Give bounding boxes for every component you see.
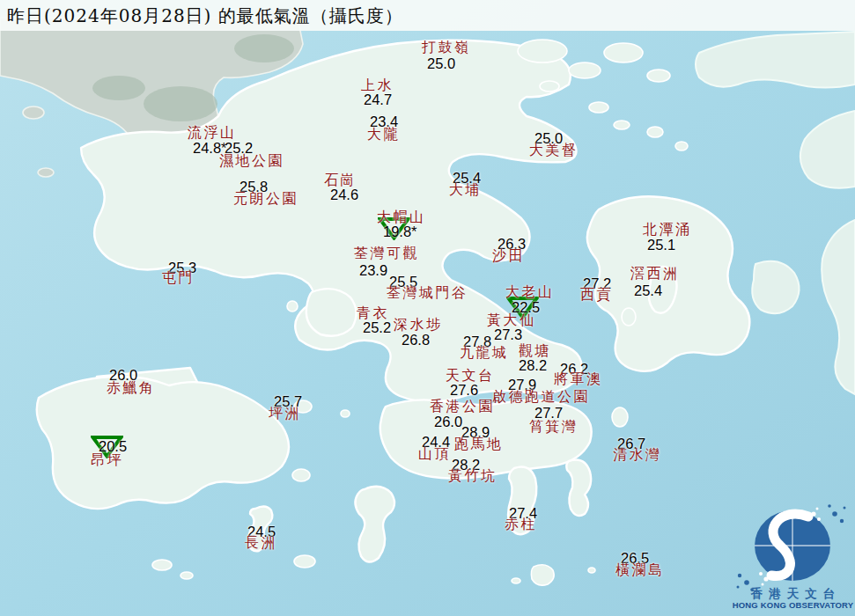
- station-temp-value: 25.2: [363, 320, 391, 335]
- station-name: 長洲: [245, 536, 277, 551]
- station-name: 啟德跑道公園: [492, 390, 590, 405]
- station-name: 黃竹坑: [448, 469, 498, 484]
- station-name: 昂坪: [91, 453, 123, 468]
- station-name: 將軍澳: [554, 372, 603, 387]
- station-temp-value: 26.0: [434, 414, 462, 429]
- station-name: 香港公園: [430, 400, 495, 414]
- station-name: 石崗: [324, 173, 357, 188]
- station-name: 筲箕灣: [529, 420, 579, 435]
- station-name: 荃灣可觀: [354, 246, 419, 261]
- station-name: 橫瀾島: [615, 563, 665, 578]
- station-name: 九龍城: [460, 346, 509, 361]
- station-name: 跑馬地: [454, 437, 504, 452]
- station-name: 清水灣: [613, 448, 662, 463]
- station-name: 上水: [361, 78, 394, 93]
- station-name: 坪洲: [269, 407, 301, 422]
- station-name: 天文台: [446, 369, 495, 384]
- station-name: 山頂: [418, 447, 451, 462]
- station-name: 北潭涌: [643, 223, 692, 238]
- station-name: 觀塘: [519, 344, 551, 359]
- station-name: 大美督: [529, 143, 579, 158]
- station-name: 大帽山: [377, 210, 426, 225]
- station-temp-value: 26.8: [402, 333, 430, 348]
- station-temp-value: 25.4: [634, 283, 662, 298]
- station-name: 屯門: [162, 271, 195, 286]
- station-temp-value: 28.2: [519, 358, 547, 373]
- station-name: 深水埗: [394, 318, 443, 333]
- station-temp-value: 25.0: [427, 56, 455, 71]
- station-name: 黃大仙: [487, 313, 536, 328]
- station-layer: 25.0打鼓嶺24.7上水23.4大隴25.0大美督24.8*流浮山25.2濕地…: [0, 0, 855, 616]
- station-name: 荃灣城門谷: [387, 286, 468, 301]
- station-name: 元朗公園: [233, 192, 299, 207]
- station-name: 大隴: [367, 128, 400, 143]
- station-name: 赤鱲角: [107, 381, 156, 396]
- station-name: 大埔: [449, 183, 482, 198]
- min-temperature-map: 昨日(2024年08月28日) 的最低氣溫（攝氏度） 25.0打鼓嶺24.7上水…: [0, 0, 855, 616]
- station-temp-value: 23.9: [359, 263, 387, 278]
- station-name: 流浮山: [188, 126, 237, 141]
- station-name: 濕地公園: [219, 154, 284, 169]
- station-temp-value: 25.1: [647, 238, 675, 253]
- station-name: 西貢: [580, 288, 613, 303]
- station-temp-value: 27.6: [450, 383, 478, 398]
- station-name: 青衣: [357, 306, 389, 321]
- station-temp-value: 24.7: [364, 92, 392, 107]
- station-name: 滘西洲: [630, 267, 680, 282]
- station-temp-value: 19.8*: [383, 224, 417, 239]
- station-temp-value: 24.6: [330, 187, 358, 202]
- station-name: 大老山: [505, 285, 555, 300]
- station-name: 打鼓嶺: [422, 40, 471, 55]
- station-name: 赤柱: [505, 517, 537, 532]
- station-temp-value: 27.3: [494, 327, 522, 342]
- hko-logo: 香港天文台 HONG KONG OBSERVATORY: [731, 500, 855, 616]
- station-name: 沙田: [492, 249, 525, 264]
- hko-logo-english: HONG KONG OBSERVATORY: [726, 600, 855, 610]
